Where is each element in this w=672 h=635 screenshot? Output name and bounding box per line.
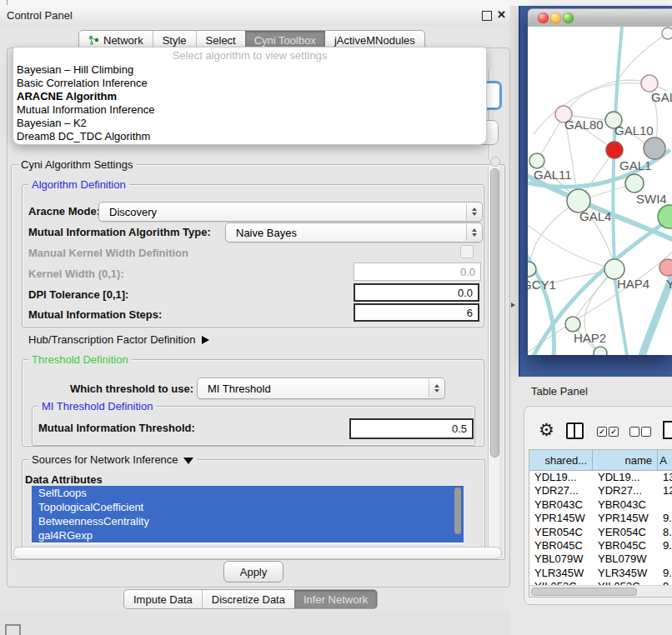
table-row[interactable]: YBR045CYBR045C9. xyxy=(529,539,672,552)
table-row[interactable]: YER054CYER054C8. xyxy=(529,526,672,539)
table-cell[interactable]: YDL19... xyxy=(593,471,658,484)
table-cell[interactable]: 9. xyxy=(658,539,672,552)
network-node[interactable] xyxy=(659,259,672,276)
settings-horizontal-scrollbar[interactable] xyxy=(13,547,502,559)
network-node[interactable] xyxy=(662,28,672,39)
attribute-list-item[interactable]: SelfLoops xyxy=(32,486,464,500)
attribute-list-item[interactable]: BetweennessCentrality xyxy=(32,514,464,528)
table-row[interactable]: YLR345WYLR345W9. xyxy=(529,567,672,580)
table-hscroll-thumb[interactable] xyxy=(531,588,637,596)
table-cell[interactable]: YBR045C xyxy=(529,539,593,552)
table-cell[interactable]: YPR145W xyxy=(593,512,658,525)
zoom-traffic-light-icon[interactable] xyxy=(563,12,574,23)
threshold-definition-legend: Threshold Definition xyxy=(28,353,132,366)
hub-definition-toggle[interactable]: Hub/Transcription Factor Definition xyxy=(28,333,209,346)
close-traffic-light-icon[interactable] xyxy=(538,12,549,23)
network-node[interactable] xyxy=(641,75,658,92)
checkbox-checked-icon[interactable]: ✓ xyxy=(597,427,607,437)
table-cell[interactable]: 9. xyxy=(658,512,672,525)
network-node[interactable] xyxy=(529,153,544,168)
which-threshold-combo[interactable]: MI Threshold xyxy=(197,378,445,399)
aracne-mode-combo[interactable]: Discovery xyxy=(98,202,483,222)
gear-icon[interactable]: ⚙ xyxy=(539,420,554,440)
tab-infer-network[interactable]: Infer Network xyxy=(294,590,377,608)
network-canvas[interactable]: GALGAL80GAL10GAL1GAL11SWI4GAL4GCY1HAP4YH… xyxy=(528,27,672,355)
apply-button[interactable]: Apply xyxy=(223,561,283,582)
columns-icon[interactable] xyxy=(566,422,584,439)
manual-kernel-checkbox[interactable] xyxy=(460,245,474,258)
table-row[interactable]: YBL079WYBL079W xyxy=(529,552,672,566)
close-icon[interactable]: ✕ xyxy=(497,8,506,21)
mi-threshold-field[interactable]: 0.5 xyxy=(349,418,474,439)
network-node[interactable] xyxy=(528,262,536,277)
column-header-shared-name[interactable]: shared... xyxy=(529,450,593,470)
table-cell[interactable] xyxy=(658,552,672,566)
float-panel-icon[interactable] xyxy=(482,11,492,21)
popup-item[interactable]: Bayesian – K2 xyxy=(13,117,486,130)
popup-item[interactable]: Basic Correlation Inference xyxy=(13,77,486,90)
network-window-titlebar[interactable] xyxy=(528,8,672,28)
popup-prompt: Select algorithm to view settings xyxy=(13,48,486,63)
column-header-name[interactable]: name xyxy=(593,450,658,470)
table-cell[interactable]: YDR27... xyxy=(593,484,658,498)
document-icon[interactable] xyxy=(663,421,672,439)
table-row[interactable]: YPR145WYPR145W9. xyxy=(529,512,672,525)
table-cell[interactable]: YER054C xyxy=(529,526,593,539)
table-cell[interactable]: YLR345W xyxy=(593,567,658,580)
node-attribute-table[interactable]: shared... name A YDL19...YDL19...13YDR27… xyxy=(529,449,672,598)
table-cell[interactable]: YBR043C xyxy=(529,498,593,512)
network-icon xyxy=(88,35,99,46)
popup-item[interactable]: Dream8 DC_TDC Algorithm xyxy=(13,130,486,143)
mi-steps-field[interactable]: 6 xyxy=(354,303,479,322)
kernel-width-field[interactable]: 0.0 xyxy=(354,262,481,281)
minimize-traffic-light-icon[interactable] xyxy=(550,12,561,23)
table-row[interactable]: YDL19...YDL19...13 xyxy=(529,471,672,484)
network-node-label: HAP4 xyxy=(617,277,649,291)
settings-vscroll-thumb[interactable] xyxy=(490,168,499,458)
column-header-clipped[interactable]: A xyxy=(658,450,672,470)
tab-discretize-data[interactable]: Discretize Data xyxy=(202,590,294,608)
table-cell[interactable]: YLR345W xyxy=(529,567,593,580)
tab-impute-data[interactable]: Impute Data xyxy=(124,590,202,608)
application-root: Control Panel ✕ Network Style Select Cyn… xyxy=(0,0,672,635)
network-node[interactable] xyxy=(625,174,644,192)
dpi-tolerance-field[interactable]: 0.0 xyxy=(354,283,479,302)
popup-item[interactable]: Mutual Information Inference xyxy=(13,103,486,117)
network-node[interactable] xyxy=(606,142,623,158)
network-window[interactable]: GALGAL80GAL10GAL1GAL11SWI4GAL4GCY1HAP4YH… xyxy=(528,8,672,355)
mi-type-combo[interactable]: Naive Bayes xyxy=(225,222,483,242)
attributes-scrollbar-thumb[interactable] xyxy=(454,488,461,534)
table-cell[interactable]: 13 xyxy=(658,471,672,484)
table-cell[interactable]: YDR27... xyxy=(529,484,593,498)
checkbox-unchecked-icon[interactable] xyxy=(629,427,639,437)
table-cell[interactable]: YBL079W xyxy=(593,552,658,566)
mouse-cursor xyxy=(511,302,515,308)
popup-item[interactable]: Bayesian – Hill Climbing xyxy=(13,63,486,77)
checkbox-checked-icon[interactable]: ✓ xyxy=(609,427,619,437)
table-cell[interactable]: YBL079W xyxy=(529,552,593,566)
network-node[interactable] xyxy=(644,138,665,159)
split-pane-divider[interactable] xyxy=(510,6,519,379)
table-cell[interactable] xyxy=(658,498,672,512)
table-cell[interactable]: YBR043C xyxy=(593,498,658,512)
settings-vertical-scrollbar[interactable] xyxy=(488,166,499,548)
attribute-list-item[interactable]: TopologicalCoefficient xyxy=(32,500,464,514)
checkbox-unchecked-icon[interactable] xyxy=(641,427,651,437)
table-cell[interactable]: 9. xyxy=(658,567,672,580)
table-cell[interactable]: YPR145W xyxy=(529,512,593,525)
table-horizontal-scrollbar[interactable] xyxy=(529,585,672,597)
table-row[interactable]: YBR043CYBR043C xyxy=(529,498,672,512)
network-node[interactable] xyxy=(565,317,580,332)
table-row[interactable]: YDR27...YDR27...12 xyxy=(529,484,672,498)
sources-legend[interactable]: Sources for Network Inference xyxy=(28,453,197,466)
popup-item[interactable]: ARACNE Algorithm xyxy=(13,90,486,103)
table-cell[interactable]: YDL19... xyxy=(529,471,593,484)
attribute-list-item[interactable]: gal4RGexp xyxy=(32,528,464,542)
minimized-panel-icon[interactable] xyxy=(5,624,21,635)
table-cell[interactable]: 12 xyxy=(658,484,672,498)
table-cell[interactable]: YBR045C xyxy=(593,539,658,552)
data-attributes-list[interactable]: SelfLoopsTopologicalCoefficientBetweenne… xyxy=(32,486,464,544)
table-cell[interactable]: 8. xyxy=(658,526,672,539)
table-cell[interactable]: YER054C xyxy=(593,526,658,539)
network-node[interactable] xyxy=(594,347,607,355)
